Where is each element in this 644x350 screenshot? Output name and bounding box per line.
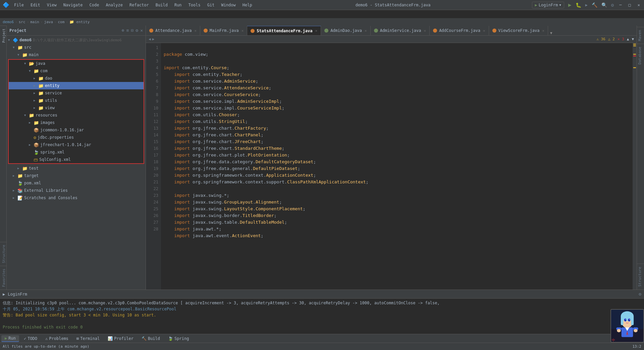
tabs-overflow[interactable]: ▼ xyxy=(548,31,554,35)
breadcrumb-entity[interactable]: 📁 entity xyxy=(69,20,90,24)
search-everywhere[interactable]: 🔍 xyxy=(601,2,607,8)
title-menu-navigate[interactable]: Navigate xyxy=(61,2,85,8)
toolbar-terminal[interactable]: ⊞ Terminal xyxy=(73,336,103,342)
toolbar-profiler[interactable]: 📊 Profiler xyxy=(104,336,137,342)
tree-item-utils[interactable]: ▶ 📁 utils xyxy=(9,97,144,104)
toolbar-run[interactable]: ▶ Run xyxy=(1,335,19,342)
tree-item-demo6[interactable]: ▼ 🔷 demo6 D:\个人项目\软件工程大二课设\JavaSwing\dem… xyxy=(7,36,146,44)
tree-item-view[interactable]: ▶ 📁 view xyxy=(9,104,144,112)
right-panel-maven[interactable]: Maven xyxy=(637,27,644,44)
project-icon-close[interactable]: ✕ xyxy=(140,28,143,33)
settings-button[interactable]: ⚙ xyxy=(611,2,614,8)
warning-count3[interactable]: ✕ 3 xyxy=(618,37,624,41)
right-panel-database[interactable]: Database xyxy=(637,44,644,67)
tab-close-attendance[interactable]: ✕ xyxy=(194,29,197,33)
left-tab-project[interactable]: Project xyxy=(0,26,6,45)
tree-item-images[interactable]: ▶ 📁 images xyxy=(9,119,144,126)
tree-item-pom[interactable]: ▶ 🍃 pom.xml xyxy=(7,179,146,187)
toolbar-problems[interactable]: ⚠ Problems xyxy=(42,336,72,342)
left-tab-favorites[interactable]: Favorites xyxy=(0,266,6,290)
navigate-back[interactable]: ◀ xyxy=(149,37,151,41)
nav-up[interactable]: ▲ xyxy=(627,37,629,41)
arrow-demo6: ▼ xyxy=(8,38,13,42)
tree-item-service[interactable]: ▶ 📁 service xyxy=(9,89,144,97)
code-editor[interactable]: 1 2 3 4 5 6 7 8 9 10 11 12 13 14 15 16 1 xyxy=(146,43,637,290)
toolbar-build[interactable]: 🔨 Build xyxy=(138,336,163,342)
breadcrumb-demo6[interactable]: demo6 xyxy=(3,20,14,24)
title-menu-analyze[interactable]: Analyze xyxy=(104,2,125,8)
toolbar-todo[interactable]: ✓ TODO xyxy=(20,336,41,342)
log-line-3: 警告: Bad pool size config, start 3 < min … xyxy=(3,312,641,318)
right-panel-structure[interactable]: Structure xyxy=(637,264,644,290)
minimize-button[interactable]: ─ xyxy=(618,3,623,7)
tab-close-admindao[interactable]: ✕ xyxy=(365,29,367,33)
run-gear-icon[interactable]: ⚙ xyxy=(639,292,641,297)
tab-admindao[interactable]: AdminDao.java ✕ xyxy=(321,26,371,35)
tree-item-sqlconfig[interactable]: ▶ 🗃 SqlConfig.xml xyxy=(9,156,144,163)
left-tab-structure[interactable]: Structure xyxy=(0,242,6,266)
tab-close-adminservice[interactable]: ✕ xyxy=(424,29,426,33)
tree-item-jcommon[interactable]: ▶ 📦 jcommon-1.0.16.jar xyxy=(9,126,144,134)
tree-item-scratches[interactable]: ▶ 📝 Scratches and Consoles xyxy=(7,194,146,202)
run-button[interactable]: ▶ xyxy=(568,2,572,8)
toolbar-spring[interactable]: 🍃 Spring xyxy=(165,336,192,342)
title-menu-window[interactable]: Window xyxy=(219,2,237,8)
tree-item-jdbc[interactable]: ▶ ⚙ jdbc.properties xyxy=(9,134,144,141)
project-icon-settings[interactable]: ⚙ xyxy=(136,28,138,33)
tree-item-target[interactable]: ▶ 📁 target xyxy=(7,172,146,179)
run-coverage[interactable]: ▶ xyxy=(585,3,588,7)
title-menu-edit[interactable]: Edit xyxy=(29,2,42,8)
tab-close-addcoursefrm[interactable]: ✕ xyxy=(483,29,485,33)
title-menu-code[interactable]: Code xyxy=(88,2,101,8)
navigate-forward[interactable]: ▶ xyxy=(152,37,155,41)
close-button[interactable]: ✕ xyxy=(636,3,641,7)
tab-addcoursefrm[interactable]: AddCourseFrm.java ✕ xyxy=(430,26,489,35)
title-menu-tools[interactable]: Tools xyxy=(186,2,203,8)
tab-close-mainfrm[interactable]: ✕ xyxy=(241,29,244,33)
tree-item-resources[interactable]: ▼ 📁 resources xyxy=(9,112,144,119)
label-demo6: demo6 xyxy=(19,38,32,42)
debug-button[interactable]: 🐛 xyxy=(576,2,581,8)
title-menu-help[interactable]: Help xyxy=(240,2,254,8)
tab-mainfrm[interactable]: MainFrm.java ✕ xyxy=(200,26,247,35)
icon-target: 📁 xyxy=(17,173,23,178)
maximize-button[interactable]: □ xyxy=(627,3,632,7)
breadcrumb-com[interactable]: com xyxy=(58,20,65,24)
tab-adminservice[interactable]: AdminService.java ✕ xyxy=(371,26,430,35)
tree-item-dao[interactable]: ▶ 📁 dao xyxy=(9,75,144,82)
tab-attendance[interactable]: Attendance.java ✕ xyxy=(146,26,200,35)
tab-close-statsattendance[interactable]: ✕ xyxy=(315,29,318,33)
tree-item-main[interactable]: ▼ 📁 main xyxy=(7,51,146,58)
tree-item-com[interactable]: ▼ 📁 com xyxy=(9,67,144,75)
gutter-marker-4 xyxy=(633,55,636,56)
warning-count2[interactable]: △ 2 xyxy=(608,37,615,41)
title-menu-refactor[interactable]: Refactor xyxy=(127,2,151,8)
tree-item-test[interactable]: ▶ 📁 test xyxy=(7,165,146,172)
warning-count1[interactable]: ⚠ 36 xyxy=(597,37,606,41)
tree-item-spring[interactable]: ▶ 🍃 spring.xml xyxy=(9,148,144,156)
run-config-dropdown[interactable]: ▶ LoginFrm ▼ xyxy=(532,2,564,8)
code-content[interactable]: package com.view; import com.entity.Cour… xyxy=(161,43,633,290)
project-icon-gear[interactable]: ⊕ xyxy=(122,28,124,33)
breadcrumb-sep1: › xyxy=(15,20,17,24)
title-menu-git[interactable]: Git xyxy=(205,2,217,8)
tree-item-entity[interactable]: ▶ 📁 entity xyxy=(9,82,144,89)
tab-close-viewscorefrm[interactable]: ✕ xyxy=(542,29,544,33)
title-menu-view[interactable]: View xyxy=(45,2,59,8)
tree-item-jfreechart[interactable]: ▶ 📦 jfreechart-1.0.14.jar xyxy=(9,141,144,148)
title-menu-build[interactable]: Build xyxy=(154,2,170,8)
tree-item-java[interactable]: ▼ 📂 java xyxy=(9,60,144,67)
tab-statsattendance[interactable]: StatsAttendanceFrm.java ✕ xyxy=(247,26,321,35)
title-menu-run[interactable]: Run xyxy=(172,2,184,8)
build-button[interactable]: 🔨 xyxy=(592,2,597,8)
tree-item-extlibs[interactable]: ▶ 📚 External Libraries xyxy=(7,187,146,194)
breadcrumb-src[interactable]: src xyxy=(19,20,25,24)
tree-item-src[interactable]: ▼ 📁 src xyxy=(7,44,146,51)
title-menu-file[interactable]: File xyxy=(12,2,26,8)
breadcrumb-java[interactable]: java xyxy=(44,20,53,24)
project-icon-sort[interactable]: ≡ xyxy=(126,28,129,33)
breadcrumb-main[interactable]: main xyxy=(30,20,39,24)
tab-viewscorefrm[interactable]: ViewScoreFrm.java ✕ xyxy=(489,26,548,35)
nav-down[interactable]: ▼ xyxy=(632,37,634,41)
project-icon-filter[interactable]: ⊟ xyxy=(131,28,134,33)
